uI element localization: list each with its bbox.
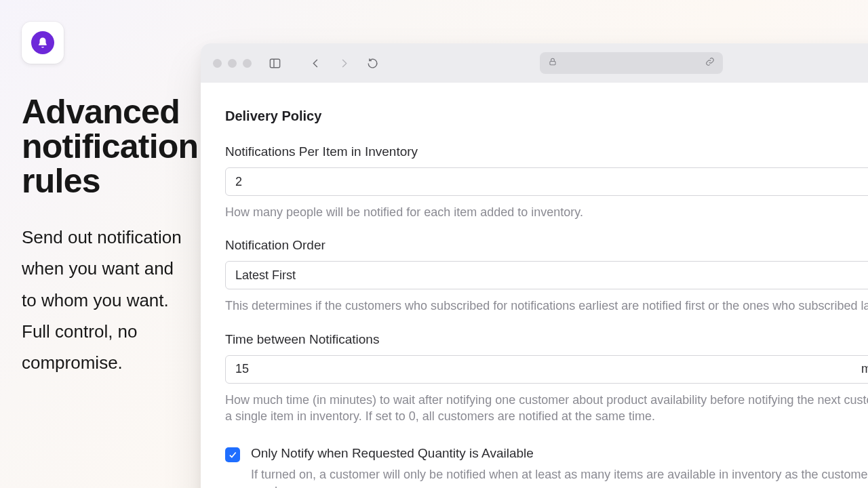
back-icon[interactable] <box>306 54 325 73</box>
browser-window: Delivery Policy Notifications Per Item i… <box>201 43 868 488</box>
window-close-dot[interactable] <box>213 59 222 68</box>
lock-icon <box>548 57 557 69</box>
only-qty-label: Only Notify when Requested Quantity is A… <box>251 446 868 461</box>
only-qty-checkbox[interactable] <box>225 447 240 462</box>
app-icon <box>22 22 64 64</box>
link-icon <box>705 57 715 69</box>
order-label: Notification Order <box>225 238 868 253</box>
browser-toolbar <box>201 43 868 83</box>
hero-subtitle: Send out notification when you want and … <box>22 222 184 378</box>
order-help: This determines if the customers who sub… <box>225 298 868 314</box>
per-item-help: How many people will be notified for eac… <box>225 204 868 220</box>
time-between-label: Time between Notifications <box>225 332 868 347</box>
section-title: Delivery Policy <box>225 108 868 124</box>
address-bar[interactable] <box>540 52 723 74</box>
svg-rect-0 <box>270 59 279 68</box>
window-controls[interactable] <box>213 59 252 68</box>
time-between-suffix: minute(s) <box>861 362 868 376</box>
time-between-input[interactable]: 15 minute(s) <box>225 355 868 384</box>
forward-icon[interactable] <box>334 54 353 73</box>
time-between-value: 15 <box>235 362 249 376</box>
hero-title: Advanced notification rules <box>22 95 184 199</box>
per-item-label: Notifications Per Item in Inventory <box>225 144 868 159</box>
per-item-input[interactable]: 2 <box>225 167 868 196</box>
order-select[interactable]: Latest First <box>225 261 868 289</box>
per-item-value: 2 <box>235 175 242 189</box>
time-between-help: How much time (in minutes) to wait after… <box>225 392 868 425</box>
window-minimize-dot[interactable] <box>228 59 237 68</box>
sidebar-toggle-icon[interactable] <box>265 54 284 73</box>
bell-icon <box>31 31 54 54</box>
order-value: Latest First <box>235 268 296 283</box>
reload-icon[interactable] <box>363 54 382 73</box>
window-zoom-dot[interactable] <box>243 59 252 68</box>
svg-rect-2 <box>549 61 555 64</box>
only-qty-help: If turned on, a customer will only be no… <box>251 466 868 488</box>
